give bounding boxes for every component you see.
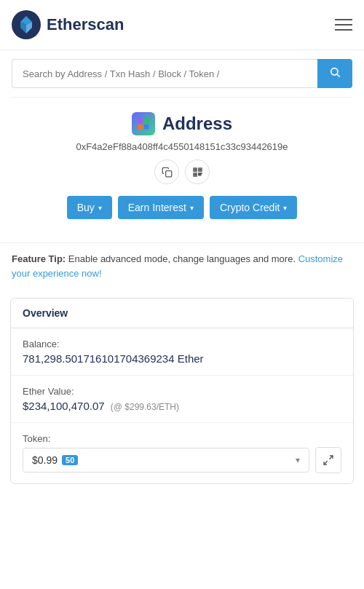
token-expand-button[interactable] bbox=[315, 447, 341, 473]
svg-rect-16 bbox=[199, 173, 200, 173]
svg-rect-3 bbox=[138, 119, 143, 124]
logo: Etherscan bbox=[12, 10, 124, 39]
svg-rect-7 bbox=[165, 170, 171, 176]
copy-icon bbox=[162, 167, 173, 178]
address-hash: 0xF4a2eFf88a408ff4c4550148151c33c9344261… bbox=[12, 141, 352, 152]
earn-interest-caret: ▾ bbox=[190, 204, 194, 212]
expand-icon bbox=[323, 454, 334, 466]
svg-line-20 bbox=[329, 456, 333, 459]
overview-body: Balance: 781,298.5017161017​04369234 Eth… bbox=[11, 328, 353, 483]
svg-rect-4 bbox=[144, 119, 149, 124]
token-dropdown-caret: ▾ bbox=[296, 455, 300, 465]
buy-button[interactable]: Buy ▾ bbox=[67, 196, 112, 219]
token-badge: 50 bbox=[62, 455, 78, 465]
search-icon bbox=[329, 66, 341, 78]
action-buttons: Buy ▾ Earn Interest ▾ Crypto Credit ▾ bbox=[12, 196, 352, 219]
ether-value-row: Ether Value: $234,100,470.07 (@ $299.63/… bbox=[11, 376, 353, 423]
svg-rect-6 bbox=[144, 124, 149, 130]
logo-icon bbox=[12, 10, 41, 39]
svg-rect-18 bbox=[199, 174, 200, 175]
address-icon bbox=[132, 112, 155, 135]
overview-card: Overview Balance: 781,298.5017161017​043… bbox=[10, 298, 354, 484]
hamburger-button[interactable] bbox=[335, 19, 352, 31]
qr-icon bbox=[192, 167, 203, 178]
token-row: Token: $0.99 50 ▾ bbox=[11, 423, 353, 483]
hamburger-line-1 bbox=[335, 19, 352, 20]
ether-value-label: Ether Value: bbox=[23, 386, 341, 397]
svg-rect-19 bbox=[201, 173, 202, 173]
hamburger-line-3 bbox=[335, 29, 352, 31]
token-controls: $0.99 50 ▾ bbox=[23, 447, 341, 473]
header: Etherscan bbox=[0, 0, 364, 50]
token-dropdown[interactable]: $0.99 50 ▾ bbox=[23, 448, 309, 473]
svg-point-1 bbox=[331, 68, 338, 75]
feature-tip: Feature Tip: Enable advanced mode, chang… bbox=[0, 242, 364, 289]
earn-interest-label: Earn Interest bbox=[128, 202, 186, 213]
overview-title: Overview bbox=[11, 299, 353, 328]
logo-text: Etherscan bbox=[47, 15, 124, 34]
crypto-credit-label: Crypto Credit bbox=[220, 202, 280, 213]
svg-rect-12 bbox=[199, 169, 201, 170]
feature-tip-prefix: Feature Tip: bbox=[12, 253, 66, 264]
svg-rect-15 bbox=[198, 173, 199, 173]
ether-value-main: $234,100,470.07 bbox=[23, 400, 105, 412]
crypto-credit-button[interactable]: Crypto Credit ▾ bbox=[210, 196, 297, 219]
token-label: Token: bbox=[23, 433, 341, 444]
buy-caret: ▾ bbox=[98, 204, 102, 212]
feature-tip-text: Enable advanced mode, change languages a… bbox=[68, 253, 298, 264]
svg-line-21 bbox=[324, 461, 328, 465]
balance-label: Balance: bbox=[23, 339, 341, 349]
svg-rect-13 bbox=[194, 174, 196, 175]
token-value: $0.99 bbox=[32, 454, 58, 466]
earn-interest-button[interactable]: Earn Interest ▾ bbox=[118, 196, 204, 219]
svg-rect-17 bbox=[198, 174, 199, 175]
address-actions bbox=[12, 159, 352, 184]
ether-value: $234,100,470.07 (@ $299.63/ETH) bbox=[23, 400, 341, 412]
crypto-credit-caret: ▾ bbox=[283, 204, 287, 212]
svg-rect-5 bbox=[138, 124, 143, 130]
buy-label: Buy bbox=[77, 202, 95, 213]
search-bar bbox=[0, 50, 364, 97]
search-button[interactable] bbox=[317, 59, 352, 88]
balance-row: Balance: 781,298.5017161017​04369234 Eth… bbox=[11, 328, 353, 376]
address-section: Address 0xF4a2eFf88a408ff4c4550148151c33… bbox=[0, 98, 364, 242]
address-title-row: Address bbox=[12, 112, 352, 135]
hamburger-line-2 bbox=[335, 24, 352, 25]
qr-button[interactable] bbox=[185, 159, 210, 184]
svg-rect-11 bbox=[194, 169, 196, 170]
balance-value: 781,298.5017161017​04369234 Ether bbox=[23, 352, 341, 365]
svg-line-2 bbox=[337, 74, 340, 77]
page-title: Address bbox=[162, 114, 232, 134]
search-input[interactable] bbox=[12, 59, 317, 88]
copy-button[interactable] bbox=[154, 159, 179, 184]
ether-value-sub: (@ $299.63/ETH) bbox=[111, 402, 179, 412]
